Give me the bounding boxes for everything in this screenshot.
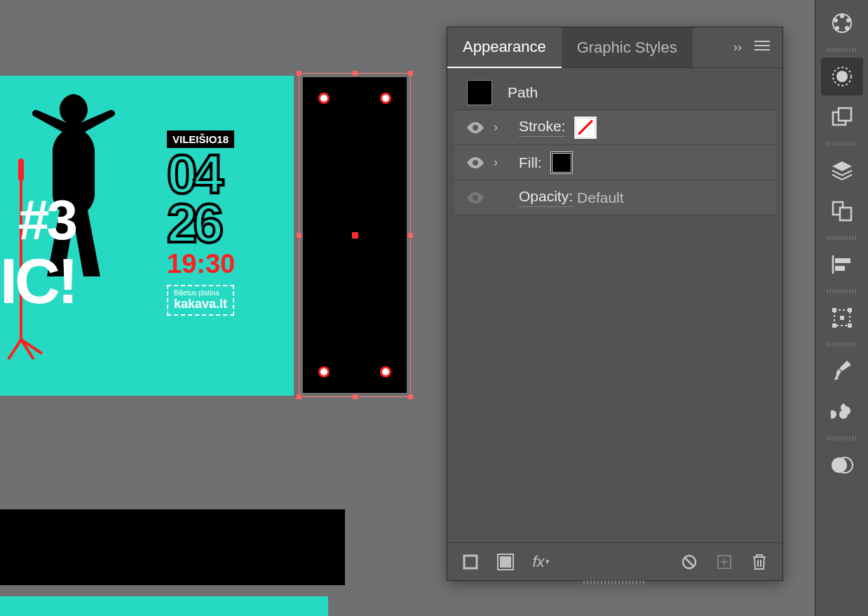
dock-separator: [827, 289, 857, 293]
svg-point-12: [840, 14, 844, 18]
artboards-panel-icon[interactable]: [821, 192, 863, 230]
symbols-panel-icon[interactable]: [821, 393, 863, 431]
clear-appearance-button[interactable]: [680, 553, 698, 571]
resize-handle-mr[interactable]: [408, 233, 413, 238]
poster-date-block: VILEIŠIO18 04 26 19:30 Bilietus platina …: [167, 130, 235, 316]
appearance-row-stroke[interactable]: › Stroke:: [454, 110, 775, 145]
dock-separator: [827, 436, 857, 441]
resize-handle-mt[interactable]: [353, 71, 358, 76]
poster-ic: IC!: [0, 246, 76, 318]
svg-rect-25: [835, 266, 845, 271]
stroke-color-swatch[interactable]: [574, 116, 597, 139]
appearance-row-opacity[interactable]: Opacity: Default: [454, 180, 775, 215]
align-panel-icon[interactable]: [821, 246, 863, 283]
svg-rect-30: [848, 323, 852, 328]
visibility-toggle-fill[interactable]: [467, 157, 485, 168]
resize-handle-br[interactable]: [408, 394, 413, 399]
opacity-label[interactable]: Opacity:: [519, 188, 573, 207]
selection-bounding-box: [299, 73, 411, 397]
svg-rect-20: [839, 108, 851, 121]
poster-hash: #3: [18, 188, 75, 253]
panel-tab-bar: Appearance Graphic Styles ››: [447, 27, 782, 68]
svg-point-14: [845, 26, 849, 30]
svg-point-13: [846, 18, 850, 22]
dock-separator: [827, 236, 857, 240]
appearance-panel: Appearance Graphic Styles ›› Path › Stro…: [447, 27, 783, 581]
appearance-panel-icon[interactable]: [821, 58, 863, 95]
object-type-label: Path: [508, 84, 538, 101]
ticket-brand: kakava.lt: [174, 297, 227, 311]
appearance-row-path[interactable]: Path: [454, 75, 775, 110]
fill-label: Fill:: [519, 154, 542, 171]
resize-handle-ml[interactable]: [297, 233, 301, 238]
resize-handle-mb[interactable]: [353, 394, 358, 399]
stroke-label[interactable]: Stroke:: [519, 118, 566, 137]
artboard-poster: #3 IC! VILEIŠIO18 04 26 19:30 Bilietus p…: [0, 76, 294, 396]
svg-rect-2: [464, 556, 477, 568]
graphic-styles-panel-icon[interactable]: [821, 98, 863, 136]
fill-color-swatch[interactable]: [550, 152, 573, 174]
delete-item-button[interactable]: [750, 553, 768, 571]
transparency-panel-icon[interactable]: [821, 446, 863, 484]
svg-rect-24: [835, 258, 850, 263]
add-fill-button[interactable]: [496, 553, 515, 571]
opacity-value[interactable]: Default: [577, 189, 624, 206]
svg-rect-31: [840, 316, 844, 320]
tab-appearance[interactable]: Appearance: [447, 28, 562, 68]
transform-panel-icon[interactable]: [821, 299, 863, 337]
svg-rect-22: [840, 208, 851, 220]
visibility-toggle-opacity: [467, 192, 485, 203]
svg-rect-3: [499, 556, 512, 568]
panel-menu-icon[interactable]: [754, 40, 770, 55]
tab-graphic-styles[interactable]: Graphic Styles: [562, 27, 693, 67]
dock-separator: [827, 142, 857, 146]
appearance-row-fill[interactable]: › Fill:: [454, 145, 775, 180]
svg-point-18: [836, 71, 848, 82]
svg-rect-0: [18, 159, 24, 181]
ticket-label: Bilietus platina: [174, 289, 227, 297]
add-stroke-button[interactable]: [461, 553, 480, 571]
layers-panel-icon[interactable]: [821, 152, 863, 189]
poster-month: 04: [167, 152, 235, 197]
poster-time: 19:30: [167, 249, 235, 279]
artboard-strip-black: [0, 509, 345, 585]
add-effect-button[interactable]: fx▾: [531, 553, 550, 571]
dock-separator: [827, 342, 857, 347]
poster-ticket-box: Bilietus platina kakava.lt: [167, 285, 234, 316]
disclosure-stroke[interactable]: ›: [494, 120, 508, 135]
resize-handle-bl[interactable]: [297, 394, 301, 399]
svg-rect-28: [848, 308, 852, 312]
path-thumbnail: [467, 80, 492, 105]
collapse-panel-icon[interactable]: ››: [733, 40, 742, 55]
panel-resize-grip[interactable]: [583, 580, 646, 584]
duplicate-item-button[interactable]: [715, 553, 733, 571]
right-panel-dock: [815, 0, 868, 616]
svg-line-7: [685, 558, 693, 566]
brushes-panel-icon[interactable]: [821, 352, 863, 390]
svg-point-16: [834, 18, 838, 22]
disclosure-fill[interactable]: ›: [494, 155, 508, 170]
panel-body: Path › Stroke: › Fill: Opacity: Default: [447, 68, 782, 215]
dock-separator: [827, 48, 857, 52]
panel-footer: fx▾: [447, 542, 782, 580]
resize-handle-tr[interactable]: [408, 71, 413, 76]
selected-path-object[interactable]: [299, 73, 411, 397]
svg-point-15: [835, 26, 839, 30]
color-panel-icon[interactable]: [821, 4, 863, 42]
visibility-toggle-stroke[interactable]: [467, 122, 485, 133]
artboard-strip-teal: [0, 596, 328, 616]
svg-rect-29: [832, 323, 836, 328]
poster-day: 26: [167, 201, 235, 246]
resize-handle-tl[interactable]: [297, 71, 301, 76]
svg-rect-27: [832, 308, 836, 312]
